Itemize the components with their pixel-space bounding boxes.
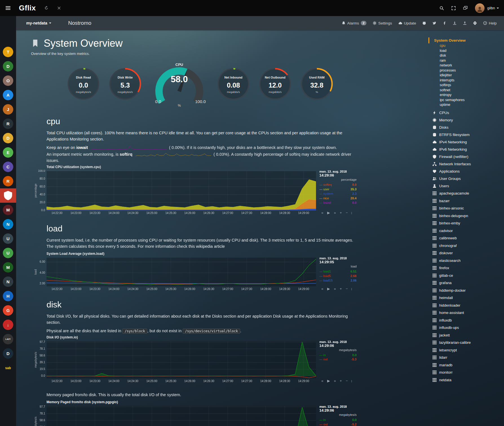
rail-home[interactable] bbox=[0, 16, 16, 30]
toc-item-load[interactable]: load bbox=[432, 48, 502, 53]
toc-app-apacheguacamole[interactable]: apacheguacamole bbox=[432, 191, 502, 195]
rail-app-nextcloud[interactable]: N bbox=[0, 217, 16, 231]
alarms-button[interactable]: Alarms2 bbox=[342, 21, 366, 25]
toc-app-elasticsearch[interactable]: elasticsearch bbox=[432, 258, 502, 263]
toc-app-cadvisor[interactable]: cadvisor bbox=[432, 229, 502, 233]
rail-app-tautulli[interactable]: T bbox=[0, 45, 16, 59]
rail-app-jackett[interactable]: J bbox=[0, 102, 16, 117]
legend-item-in[interactable]: — in0.0 bbox=[319, 353, 357, 358]
legend-item-in[interactable]: — in0.0 bbox=[319, 418, 357, 422]
settings-button[interactable]: Settings bbox=[373, 21, 392, 25]
rail-app-duplicati[interactable]: D bbox=[0, 131, 16, 145]
toc-section-memory[interactable]: Memory bbox=[432, 118, 502, 122]
toc-section-system-overview[interactable]: System Overview bbox=[428, 37, 502, 43]
chart-nav-controls[interactable]: « ▶ » + − bbox=[321, 287, 349, 291]
toc-app-hddtemp-docker[interactable]: hddtemp-docker bbox=[432, 288, 502, 293]
toc-app-lazylibrarian-calibre[interactable]: lazylibrarian-calibre bbox=[432, 340, 502, 345]
gauge-used-ram[interactable]: Used RAM32.8% bbox=[300, 67, 334, 102]
toc-app-bazarr[interactable]: bazarr bbox=[432, 199, 502, 203]
toc-item-disk[interactable]: disk bbox=[432, 53, 502, 58]
rail-settings[interactable] bbox=[0, 30, 16, 45]
chart-canvas-load[interactable] bbox=[34, 257, 317, 291]
toc-section-cpus[interactable]: CPUs bbox=[432, 111, 502, 115]
fullscreen-button[interactable] bbox=[451, 6, 456, 10]
rail-app-ubooquity[interactable]: U bbox=[0, 246, 16, 260]
chart-resize-handle[interactable]: ↕ bbox=[351, 211, 353, 215]
legend-item-load5[interactable]: — load52.68 bbox=[319, 274, 357, 278]
twitter-link[interactable] bbox=[432, 21, 436, 25]
toc-app-gitlab-ce[interactable]: gitlab-ce bbox=[432, 273, 502, 278]
legend-item-out[interactable]: — out-5.3 bbox=[319, 357, 357, 362]
toc-app-influxdb-ups[interactable]: influxdb-ups bbox=[432, 325, 502, 330]
toc-section-users[interactable]: Users bbox=[432, 184, 502, 188]
chart-nav-controls[interactable]: « ▶ » + − bbox=[321, 211, 349, 215]
legend-item-nice[interactable]: — nice20.4 bbox=[319, 196, 357, 201]
rail-app-rutorrent[interactable]: R bbox=[0, 174, 16, 188]
close-tab-button[interactable] bbox=[57, 6, 61, 10]
facebook-link[interactable] bbox=[443, 21, 446, 25]
toc-app-hiddenloader[interactable]: hiddenloader bbox=[432, 303, 502, 307]
windows-button[interactable] bbox=[463, 6, 468, 10]
toc-section-ipv6-networking[interactable]: IPv6 Networking bbox=[432, 147, 502, 151]
toc-item-cpu[interactable]: cpu bbox=[432, 43, 502, 48]
refresh-tab-button[interactable] bbox=[44, 6, 48, 10]
print-button[interactable] bbox=[473, 21, 477, 25]
avatar[interactable] bbox=[475, 3, 485, 13]
legend-item-out[interactable]: — out-5.2 bbox=[319, 422, 357, 426]
toc-app-diskover[interactable]: diskover bbox=[432, 251, 502, 255]
toc-app-jackett[interactable]: jackett bbox=[432, 333, 502, 337]
toc-section-network-interfaces[interactable]: Network Interfaces bbox=[432, 162, 502, 166]
chart-nav-controls[interactable]: « ▶ » + − bbox=[321, 379, 349, 383]
toc-item-ram[interactable]: ram bbox=[432, 58, 502, 63]
gauge-disk-read[interactable]: Disk Read0.0megabytes/s bbox=[66, 67, 101, 102]
toc-app-monitorr[interactable]: monitorr bbox=[432, 370, 502, 374]
toc-section-applications[interactable]: Applications bbox=[432, 169, 502, 173]
export-button[interactable] bbox=[463, 21, 467, 25]
toc-app-firefox[interactable]: firefox bbox=[432, 266, 502, 270]
toc-app-binhex-airsonic[interactable]: binhex-airsonic bbox=[432, 206, 502, 210]
toc-item-ipc-semaphores[interactable]: ipc semaphores bbox=[432, 98, 502, 103]
update-button[interactable]: Update bbox=[398, 21, 416, 25]
server-menu[interactable]: my-netdata bbox=[26, 21, 51, 25]
chart-canvas-memory[interactable] bbox=[34, 405, 317, 426]
rail-app-resilio-sync[interactable] bbox=[0, 188, 16, 203]
search-button[interactable] bbox=[439, 6, 444, 10]
toc-section-user-groups[interactable]: User Groups bbox=[432, 177, 502, 181]
legend-item-load1[interactable]: — load16.51 bbox=[319, 269, 357, 274]
menu-button[interactable] bbox=[0, 0, 16, 16]
toc-app-grafana[interactable]: grafana bbox=[432, 281, 502, 285]
toc-section-ipv4-networking[interactable]: IPv4 Networking bbox=[432, 140, 502, 144]
legend-item-load15[interactable]: — load152.06 bbox=[319, 278, 357, 283]
toc-app-letsencrypt[interactable]: letsencrypt bbox=[432, 348, 502, 352]
toc-app-chronograf[interactable]: chronograf bbox=[432, 244, 502, 248]
rail-app-downloader[interactable]: ↓ bbox=[0, 318, 16, 332]
rail-app-unifi[interactable]: U bbox=[0, 231, 16, 246]
rail-app-airsonic[interactable]: A bbox=[0, 88, 16, 102]
toc-item-softnet[interactable]: softnet bbox=[432, 88, 502, 93]
toc-section-disks[interactable]: Disks bbox=[432, 125, 502, 130]
toc-section-firewall-netfilter-[interactable]: Firewall (netfilter) bbox=[432, 155, 502, 159]
toc-app-heimdall[interactable]: heimdall bbox=[432, 296, 502, 300]
toc-app-home-assistant[interactable]: home-assistant bbox=[432, 311, 502, 315]
chart-canvas-cpu[interactable] bbox=[34, 170, 317, 215]
rail-app-gitlab[interactable]: G bbox=[0, 303, 16, 318]
toc-app-mariadb[interactable]: mariadb bbox=[432, 363, 502, 367]
rail-app-monitorr[interactable]: M bbox=[0, 260, 16, 275]
toc-item-idlejitter[interactable]: idlejitter bbox=[432, 73, 502, 78]
gauge-cpu[interactable]: CPU58.00.0100.0% bbox=[150, 60, 209, 109]
toc-app-binhex-emby[interactable]: binhex-emby bbox=[432, 221, 502, 225]
gauge-disk-write[interactable]: Disk Write5.3megabytes/s bbox=[108, 67, 142, 102]
toc-item-softirqs[interactable]: softirqs bbox=[432, 83, 502, 88]
rail-app-radarr[interactable]: R bbox=[0, 117, 16, 131]
rail-app-mariadb[interactable]: M bbox=[0, 203, 16, 217]
chart-resize-handle[interactable]: ↕ bbox=[351, 287, 353, 291]
toc-app-binhex-delugevpn[interactable]: binhex-delugevpn bbox=[432, 214, 502, 218]
gauge-net-outbound[interactable]: Net Outbound12.0megabits/s bbox=[258, 67, 292, 102]
rail-app-chronograf[interactable]: C bbox=[0, 160, 16, 174]
legend-item-user[interactable]: — user35.3 bbox=[319, 187, 357, 192]
toc-app-calibreweb[interactable]: calibreweb bbox=[432, 236, 502, 240]
user-menu[interactable]: gilbn bbox=[487, 6, 499, 10]
rail-app-emby[interactable]: E bbox=[0, 145, 16, 160]
legend-item-softirq[interactable]: — softirq0.0 bbox=[319, 183, 357, 187]
rail-app-duckdns[interactable]: D bbox=[0, 346, 16, 361]
